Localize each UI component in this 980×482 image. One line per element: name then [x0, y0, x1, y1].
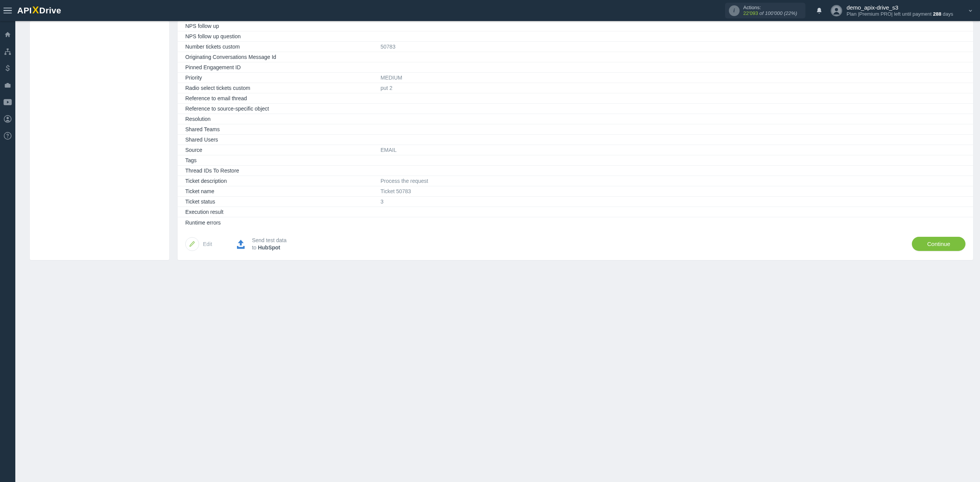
- field-label: Shared Teams: [185, 126, 381, 132]
- question-icon: [4, 132, 11, 140]
- user-plan: Plan |Premium PRO| left until payment 28…: [847, 11, 953, 17]
- send-line1: Send test data: [252, 237, 286, 244]
- field-value: MEDIUM: [381, 75, 965, 81]
- svg-point-1: [835, 8, 838, 11]
- field-label: Execution result: [185, 209, 381, 215]
- chevron-down-icon: [958, 8, 973, 13]
- table-row: SourceEMAIL: [178, 145, 973, 155]
- field-label: NPS follow up: [185, 23, 381, 29]
- app-header: API X Drive i Actions: 22'093 of 100'000…: [0, 0, 980, 21]
- table-row: Pinned Engagement ID: [178, 62, 973, 73]
- svg-rect-12: [237, 246, 238, 248]
- info-icon: i: [729, 5, 740, 16]
- svg-point-8: [7, 117, 9, 119]
- svg-rect-4: [9, 53, 11, 55]
- pencil-icon: [185, 237, 199, 251]
- field-value: Ticket 50783: [381, 188, 965, 194]
- table-row: Ticket nameTicket 50783: [178, 186, 973, 197]
- hamburger-icon: [3, 8, 12, 14]
- sidebar-home[interactable]: [0, 31, 15, 39]
- plan-prefix: Plan |: [847, 11, 859, 17]
- logo-post: Drive: [39, 6, 62, 16]
- continue-button[interactable]: Continue: [912, 237, 965, 251]
- plan-name: Premium PRO: [859, 11, 892, 17]
- field-label: Tags: [185, 157, 381, 163]
- svg-rect-13: [243, 246, 245, 248]
- sidebar-account[interactable]: [0, 115, 15, 123]
- table-row: Shared Teams: [178, 124, 973, 135]
- field-label: Reference to source-specific object: [185, 106, 381, 112]
- sidebar-billing[interactable]: [0, 64, 15, 73]
- plan-days: 288: [933, 11, 941, 17]
- field-label: Ticket name: [185, 188, 381, 194]
- field-label: Ticket description: [185, 178, 381, 184]
- user-menu[interactable]: demo_apix-drive_s3 Plan |Premium PRO| le…: [831, 4, 973, 17]
- actions-total: 100'000: [765, 10, 782, 16]
- field-value: Process the request: [381, 178, 965, 184]
- svg-rect-2: [7, 49, 9, 50]
- field-label: Radio select tickets custom: [185, 85, 381, 91]
- field-label: Number tickets custom: [185, 44, 381, 50]
- field-value: put 2: [381, 85, 965, 91]
- table-row: NPS follow up question: [178, 31, 973, 42]
- field-label: Priority: [185, 75, 381, 81]
- actions-text: Actions: 22'093 of 100'000 (22%): [743, 5, 797, 16]
- upload-icon: [234, 238, 247, 250]
- sidebar-tools[interactable]: [0, 81, 15, 90]
- field-label: Originating Conversations Message Id: [185, 54, 381, 60]
- sidebar-help[interactable]: [0, 132, 15, 140]
- table-row: Ticket descriptionProcess the request: [178, 176, 973, 186]
- actions-used: 22'093: [743, 10, 758, 16]
- actions-pct: (22%): [782, 10, 797, 16]
- table-row: Tags: [178, 155, 973, 166]
- field-label: Runtime errors: [185, 220, 381, 226]
- send-test-data-button[interactable]: Send test data to HubSpot: [234, 237, 286, 251]
- logo-x-icon: X: [32, 4, 39, 16]
- user-circle-icon: [4, 115, 11, 123]
- logo-pre: API: [17, 6, 32, 16]
- field-label: Resolution: [185, 116, 381, 122]
- bell-icon: [816, 7, 823, 15]
- send-text: Send test data to HubSpot: [252, 237, 286, 251]
- table-row: Reference to email thread: [178, 93, 973, 104]
- field-label: Pinned Engagement ID: [185, 64, 381, 70]
- plan-suffix: days: [941, 11, 953, 17]
- notifications-button[interactable]: [812, 3, 827, 18]
- table-row: Runtime errors: [178, 217, 973, 228]
- table-row: PriorityMEDIUM: [178, 73, 973, 83]
- edit-button[interactable]: Edit: [185, 237, 212, 251]
- app-logo[interactable]: API X Drive: [17, 5, 61, 16]
- field-label: Shared Users: [185, 137, 381, 143]
- svg-rect-3: [5, 53, 7, 55]
- sidebar-tutorials[interactable]: [0, 98, 15, 106]
- actions-of: of: [758, 10, 765, 16]
- user-text: demo_apix-drive_s3 Plan |Premium PRO| le…: [847, 4, 953, 17]
- sidebar-connections[interactable]: [0, 47, 15, 56]
- field-value: 3: [381, 199, 965, 205]
- table-row: Originating Conversations Message Id: [178, 52, 973, 62]
- field-label: Ticket status: [185, 199, 381, 205]
- field-value: EMAIL: [381, 147, 965, 153]
- table-row: NPS follow up: [178, 21, 973, 31]
- table-row: Reference to source-specific object: [178, 104, 973, 114]
- table-row: Radio select tickets customput 2: [178, 83, 973, 93]
- fields-table: NPS follow upNPS follow up questionNumbe…: [178, 21, 973, 228]
- main-content: NPS follow upNPS follow up questionNumbe…: [15, 21, 980, 482]
- card-footer: Edit Send test data to HubSpot Continue: [178, 230, 973, 251]
- dollar-icon: [5, 65, 10, 72]
- sidebar: [0, 21, 15, 482]
- actions-usage-box[interactable]: i Actions: 22'093 of 100'000 (22%): [725, 3, 805, 19]
- table-row: Resolution: [178, 114, 973, 124]
- briefcase-icon: [4, 82, 11, 89]
- actions-label: Actions:: [743, 5, 797, 11]
- table-row: Thread IDs To Restore: [178, 166, 973, 176]
- svg-point-10: [7, 137, 8, 138]
- field-label: Reference to email thread: [185, 95, 381, 101]
- menu-button[interactable]: [0, 0, 15, 21]
- home-icon: [4, 31, 11, 39]
- field-label: NPS follow up question: [185, 33, 381, 39]
- send-line2-target: HubSpot: [258, 244, 280, 251]
- right-panel: NPS follow upNPS follow up questionNumbe…: [178, 21, 973, 260]
- field-label: Source: [185, 147, 381, 153]
- user-name: demo_apix-drive_s3: [847, 4, 953, 11]
